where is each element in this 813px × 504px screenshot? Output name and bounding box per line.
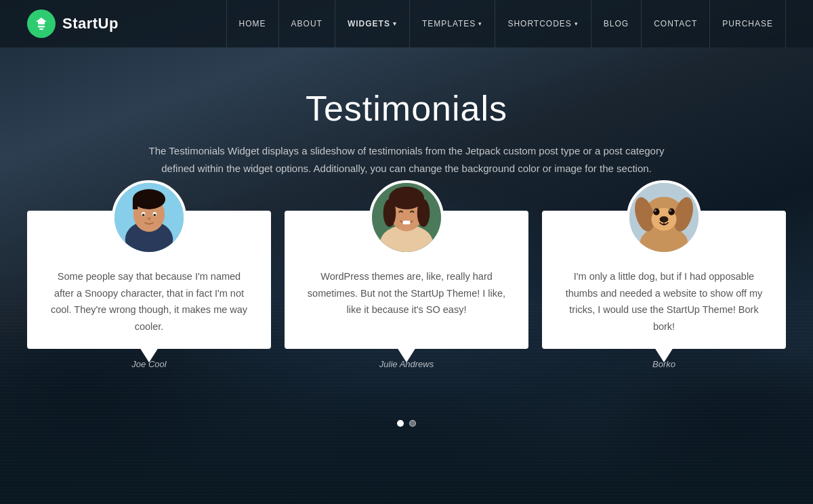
page-subtitle: The Testimonials Widget displays a slide… bbox=[136, 142, 678, 177]
avatar-2 bbox=[369, 180, 444, 255]
avatar-svg bbox=[114, 183, 184, 252]
brand-name: StartUp bbox=[62, 15, 119, 33]
svg-rect-22 bbox=[402, 221, 410, 225]
testimonial-quote-1: Some people say that because I'm named a… bbox=[47, 268, 251, 335]
nav-item-blog[interactable]: BLOG bbox=[591, 0, 642, 47]
logo[interactable]: StartUp bbox=[27, 9, 119, 38]
pagination-dot-2[interactable] bbox=[409, 420, 416, 427]
svg-rect-2 bbox=[39, 28, 43, 30]
svg-point-20 bbox=[383, 199, 396, 227]
svg-point-31 bbox=[654, 209, 656, 212]
svg-point-32 bbox=[669, 209, 671, 212]
navbar: StartUp HOMEABOUTWIDGETS ▾TEMPLATES ▾SHO… bbox=[0, 0, 813, 47]
svg-point-13 bbox=[153, 213, 156, 216]
pagination bbox=[0, 420, 813, 427]
svg-point-14 bbox=[147, 217, 151, 220]
nav-item-home[interactable]: HOME bbox=[226, 0, 279, 47]
testimonial-card-3: I'm only a little dog, but if I had oppo… bbox=[542, 211, 786, 349]
avatar-svg bbox=[629, 183, 699, 252]
testimonial-quote-2: WordPress themes are, like, really hard … bbox=[305, 268, 508, 335]
testimonial-quote-3: I'm only a little dog, but if I had oppo… bbox=[562, 268, 766, 335]
avatar-3 bbox=[627, 180, 701, 255]
testimonial-card-1: Some people say that because I'm named a… bbox=[27, 211, 271, 349]
avatar-1 bbox=[112, 180, 186, 255]
testimonials-section: Some people say that because I'm named a… bbox=[0, 211, 813, 383]
dropdown-arrow-icon: ▾ bbox=[393, 20, 397, 27]
avatar-svg bbox=[372, 183, 441, 252]
svg-point-33 bbox=[660, 216, 669, 222]
testimonial-card-2: WordPress themes are, like, really hard … bbox=[285, 211, 528, 349]
svg-rect-1 bbox=[38, 26, 45, 28]
svg-marker-0 bbox=[36, 18, 47, 24]
logo-svg bbox=[33, 16, 49, 32]
nav-item-about[interactable]: ABOUT bbox=[279, 0, 335, 47]
pagination-dot-1[interactable] bbox=[397, 420, 404, 427]
dropdown-arrow-icon: ▾ bbox=[575, 20, 579, 27]
hero-section: Testimonials The Testimonials Widget dis… bbox=[0, 47, 813, 197]
page-title: Testimonials bbox=[14, 88, 799, 129]
nav-item-contact[interactable]: CONTACT bbox=[642, 0, 710, 47]
nav-item-purchase[interactable]: PURCHASE bbox=[710, 0, 786, 47]
nav-item-widgets[interactable]: WIDGETS ▾ bbox=[335, 0, 410, 47]
nav-item-templates[interactable]: TEMPLATES ▾ bbox=[410, 0, 495, 47]
nav-links: HOMEABOUTWIDGETS ▾TEMPLATES ▾SHORTCODES … bbox=[226, 0, 786, 47]
svg-point-21 bbox=[417, 199, 430, 227]
svg-rect-9 bbox=[133, 199, 138, 209]
svg-point-29 bbox=[653, 209, 659, 215]
logo-icon bbox=[27, 9, 56, 38]
nav-item-shortcodes[interactable]: SHORTCODES ▾ bbox=[495, 0, 591, 47]
testimonials-grid: Some people say that because I'm named a… bbox=[27, 211, 786, 369]
dropdown-arrow-icon: ▾ bbox=[478, 20, 482, 27]
svg-point-30 bbox=[668, 209, 674, 215]
svg-point-12 bbox=[142, 213, 145, 216]
